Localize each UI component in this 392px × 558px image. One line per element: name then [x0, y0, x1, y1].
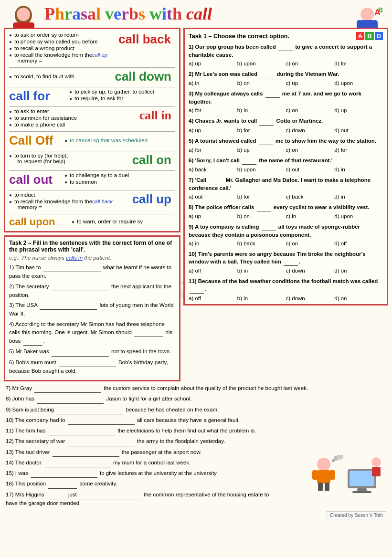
calldown-label: call down [109, 69, 171, 84]
badge-b: B [365, 32, 373, 40]
task2-example: e.g.: The nurse always calls in the pati… [9, 255, 175, 261]
svg-rect-21 [318, 483, 323, 491]
task2-item7: 7) Mr Gray the custom service to complai… [6, 384, 386, 393]
def-callback-bullet3: to recall a wrong product [9, 45, 114, 51]
svg-rect-27 [350, 471, 374, 486]
svg-rect-28 [357, 488, 367, 491]
def-callout: call out to challenge sy to a duel to su… [9, 172, 175, 187]
task2-item12: 12) The secretary of war the army to the… [6, 437, 386, 446]
blank [56, 406, 123, 414]
task1-q5: 5) A tourist showed called me to show hi… [189, 137, 383, 153]
task2-item9: 9) Sam is just being because he has chea… [6, 406, 386, 414]
blank [134, 328, 163, 337]
task2-item4: 4) According to the secretary Mr Simon h… [9, 320, 175, 346]
svg-point-17 [317, 458, 330, 471]
def-callback: to ask or order sy to return to phone sy… [9, 32, 175, 64]
task1-title: Task 1 – Choose the correct option. A B … [189, 32, 383, 40]
def-callupon: call upon to warn, order or require sy [9, 216, 175, 228]
svg-rect-31 [372, 467, 381, 476]
task2-item6: 6) Bob's mum must Bob's birthday party, … [9, 358, 175, 376]
task1-q2: 2) Mr Lee's son was called during the Vi… [189, 70, 383, 86]
calloff-label: Call Off [9, 133, 57, 148]
task2-item8: 8) John has Jason to fight for a girl af… [6, 395, 386, 403]
blank [68, 437, 135, 446]
svg-rect-18 [317, 470, 330, 484]
task1-q9: 9) A toy company is calling all toys mad… [189, 223, 383, 246]
main-content: to ask or order sy to return to phone sy… [4, 28, 388, 381]
blank [79, 491, 141, 499]
callupon-label: call upon [9, 216, 64, 228]
callfor-label: call for [9, 89, 62, 104]
cartoon-computer-icon [345, 455, 383, 498]
svg-rect-29 [352, 491, 371, 493]
task1-q10: 10) Tim's parents were so angry because … [189, 250, 383, 274]
def-calloff: Call Off to cancel sg that was scheduled [9, 133, 175, 148]
blank [53, 448, 119, 457]
blank [48, 427, 115, 435]
task1-q7: 7) 'Call Mr. Gallagher and Ms Dafoe. I w… [189, 176, 383, 200]
task2-item2: 2) The secretary the next applicant for … [9, 283, 175, 300]
blank [31, 469, 97, 478]
def-callup: to induct to recall the knowledge from t… [9, 192, 175, 211]
badge-a: A [356, 32, 364, 40]
task2-title: Task 2 – Fill in the sentences with the … [9, 240, 175, 253]
footer-credit: Created by Susan V Toth [327, 511, 386, 519]
def-callon: to turn to sy (for help), to request (fo… [9, 153, 175, 168]
definitions-box: to ask or order sy to return to phone sy… [4, 28, 180, 232]
callon-label: call on [124, 153, 171, 168]
svg-rect-19 [312, 470, 318, 480]
callin-label: call in [124, 108, 171, 123]
right-column: Task 1 – Choose the correct option. A B … [183, 28, 388, 381]
task2-item10: 10) The company had to all cars because … [6, 416, 386, 425]
blank [37, 395, 104, 403]
svg-point-1 [17, 8, 30, 21]
task1-box: Task 1 – Choose the correct option. A B … [183, 28, 388, 305]
task1-q4: 4) Chaves Jr. wants to call Cotto or Mar… [189, 117, 383, 133]
def-callback-bullet2: to phone sy who called you before [9, 39, 114, 44]
task2-item3: 3) The USA lots of young men in the Worl… [9, 301, 175, 318]
task1-q1: 1) Our pop group has been called to give… [189, 43, 383, 66]
task1-badges: A B D [356, 32, 383, 40]
blank [68, 416, 135, 425]
def-calldown: to scold, to find fault with call down [9, 69, 175, 84]
bottom-cartoons [305, 455, 383, 498]
blank [48, 480, 77, 488]
page: Slidesmania.com A B [0, 0, 392, 558]
left-column: to ask or order sy to return to phone sy… [4, 28, 180, 381]
task1-q11: 11) Because of the bad weather condition… [189, 277, 383, 301]
blank [40, 301, 97, 310]
badge-d: D [375, 32, 383, 40]
callback-label: call back [118, 32, 171, 47]
svg-point-30 [371, 457, 381, 467]
def-callback-bullet4: to recall the knowledge from the memory … [9, 52, 114, 63]
def-callin: to ask to enter to summon for assistance… [9, 108, 175, 128]
bottom-section: 7) Mr Gray the custom service to complai… [4, 384, 388, 507]
def-callfor: call for to pick sy up, to gather, to co… [9, 89, 175, 104]
blank [43, 263, 101, 272]
blank [34, 384, 101, 393]
blank [52, 283, 109, 291]
svg-point-9 [360, 8, 374, 21]
callout-label: call out [9, 172, 57, 187]
task2-item5: 5) Mr Baker was not to speed in the town… [9, 347, 175, 356]
blank [59, 358, 116, 367]
task2-item1: 1) Tim has to what he learnt if he wants… [9, 263, 175, 281]
svg-rect-22 [325, 483, 329, 491]
cartoon-thinking-icon [305, 455, 343, 498]
blank [44, 459, 111, 467]
task1-q6: 6) 'Sorry, I can't call the name of that… [189, 157, 383, 172]
svg-text:B: B [378, 6, 383, 14]
task2-item11: 11) The firm has the electricians to hel… [6, 427, 386, 435]
page-title: Phrasal verbs with call [44, 4, 348, 24]
task2-box: Task 2 – Fill in the sentences with the … [4, 235, 180, 381]
callup-label: call up [124, 192, 171, 207]
blank [47, 491, 66, 499]
task1-q8: 8) The police officer calls every cyclis… [189, 203, 383, 219]
blank [23, 337, 42, 346]
task1-q3: 3) My colleague always calls me at 7 am.… [189, 90, 383, 113]
def-callback-bullet1: to ask or order sy to return [9, 32, 114, 38]
svg-rect-20 [329, 470, 335, 480]
blank [52, 347, 109, 356]
title-area: A B Phrasal verbs with call [4, 4, 388, 24]
